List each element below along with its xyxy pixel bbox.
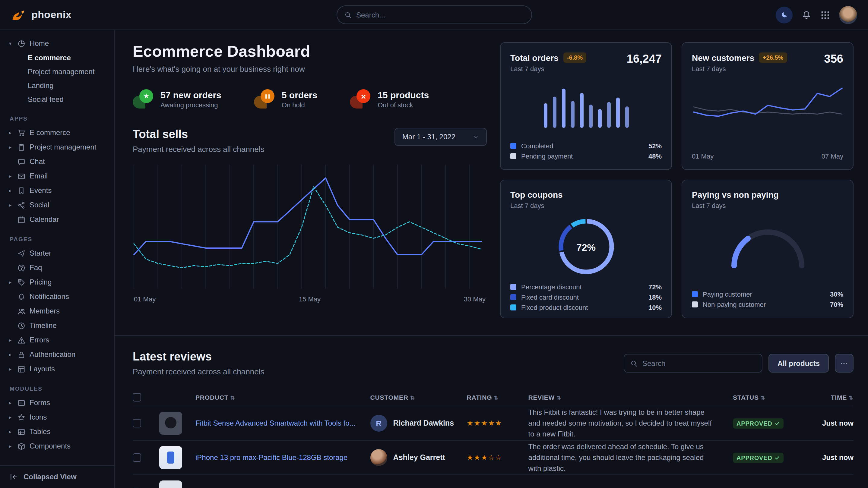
col-status[interactable]: STATUS⇅: [733, 393, 801, 400]
col-rating[interactable]: RATING⇅: [467, 393, 522, 400]
sidebar-item-chat[interactable]: Chat: [7, 154, 109, 169]
apps-grid-button[interactable]: [820, 10, 830, 20]
row-checkbox[interactable]: [133, 453, 141, 462]
sidebar-item-starter[interactable]: Starter: [7, 246, 109, 260]
product-thumbnail[interactable]: [159, 412, 182, 435]
legend-row: Pending payment48%: [510, 153, 662, 160]
theme-toggle-button[interactable]: [776, 6, 793, 23]
stat-caption: Out of stock: [378, 101, 429, 108]
stat-on-hold: 5 ordersOn hold: [254, 89, 317, 108]
tables-icon: [18, 428, 25, 435]
kpi-cards: Total orders -6.8% Last 7 days 16,247 Co…: [500, 42, 854, 318]
events-icon: [18, 187, 25, 194]
total-orders-card: Total orders -6.8% Last 7 days 16,247 Co…: [500, 42, 672, 170]
sidebar-item-email[interactable]: ▸Email: [7, 169, 109, 183]
sidebar-item-label: Forms: [30, 398, 50, 407]
stat-caption: Awating processing: [160, 101, 221, 108]
sidebar-item-pricing[interactable]: ▸Pricing: [7, 275, 109, 289]
sort-icon: ⇅: [230, 395, 235, 400]
sidebar-item-label: Errors: [30, 336, 49, 344]
new-customers-value: 356: [824, 53, 843, 66]
status-cell: APPROVED: [733, 418, 801, 428]
date-range-select[interactable]: Mar 1 - 31, 2022: [395, 128, 487, 146]
sidebar-item-events[interactable]: ▸Events: [7, 183, 109, 198]
sidebar-item-home[interactable]: ▾Home: [7, 36, 109, 51]
sidebar-item-project-management[interactable]: ▸Project management: [7, 140, 109, 154]
col-customer[interactable]: CUSTOMER⇅: [370, 393, 461, 400]
sidebar-item-social[interactable]: ▸Social: [7, 198, 109, 212]
sidebar-section-modules: MODULES: [10, 385, 109, 392]
star-icon: ★: [133, 89, 153, 108]
sidebar-item-label: Pricing: [30, 278, 52, 286]
card-period: Last 7 days: [692, 65, 787, 72]
stat-caption: On hold: [282, 101, 317, 108]
sidebar-item-members[interactable]: Members: [7, 304, 109, 318]
top-coupons-card: Top coupons Last 7 days 72% Percentage d…: [500, 180, 672, 318]
more-options-button[interactable]: ···: [835, 354, 854, 372]
card-title: New customers: [692, 53, 754, 62]
collapsed-view-button[interactable]: Collapsed View: [0, 465, 114, 488]
check-icon: [775, 421, 780, 426]
global-search[interactable]: [336, 5, 532, 24]
customer-avatar: R: [370, 415, 387, 432]
product-link[interactable]: Fitbit Sense Advanced Smartwatch with To…: [195, 419, 364, 427]
reviews-search[interactable]: [624, 354, 763, 372]
dashboard-overview: Ecommerce Dashboard Here's what's going …: [133, 42, 487, 318]
rating-stars: ★★★★★: [467, 419, 522, 427]
product-link[interactable]: iPhone 13 pro max-Pacific Blue-128GB sto…: [195, 453, 364, 462]
sidebar-item-label: Notifications: [30, 292, 69, 301]
chevron-down-icon: [472, 133, 479, 140]
sidebar-item-notifications[interactable]: Notifications: [7, 289, 109, 304]
sort-icon: ⇅: [494, 395, 499, 400]
reviews-search-input[interactable]: [642, 359, 756, 367]
total-sells-subtitle: Payment received across all channels: [133, 145, 264, 154]
sidebar-item-icons[interactable]: ▸Icons: [7, 410, 109, 424]
sidebar-item-e-commerce[interactable]: E commerce: [7, 51, 109, 65]
customer-cell: Ashley Garrett: [370, 449, 461, 466]
components-icon: [18, 442, 25, 450]
col-time[interactable]: TIME⇅: [806, 393, 854, 400]
sidebar-item-e-commerce[interactable]: ▸E commerce: [7, 125, 109, 140]
sidebar-item-social-feed[interactable]: Social feed: [7, 92, 109, 106]
email-icon: [18, 172, 25, 180]
product-thumbnail[interactable]: [159, 481, 182, 488]
select-all-checkbox[interactable]: [133, 393, 141, 401]
all-products-button[interactable]: All products: [769, 354, 829, 372]
col-review[interactable]: REVIEW⇅: [528, 393, 727, 400]
caret-right-icon: ▸: [7, 444, 13, 449]
product-thumbnail[interactable]: [159, 446, 182, 469]
sidebar-item-faq[interactable]: Faq: [7, 260, 109, 275]
legend-value: 52%: [648, 142, 662, 150]
brand-logo[interactable]: phoenix: [11, 7, 71, 23]
sidebar-item-label: Starter: [30, 249, 51, 257]
sidebar-item-authentication[interactable]: ▸Authentication: [7, 347, 109, 362]
global-search-input[interactable]: [356, 10, 524, 19]
sort-icon: ⇅: [761, 395, 766, 400]
app-window: phoenix ▾HomeE commerceProject managemen…: [0, 0, 868, 488]
sidebar-item-layouts[interactable]: ▸Layouts: [7, 362, 109, 376]
x-tick: 15 May: [299, 295, 320, 303]
sidebar-item-components[interactable]: ▸Components: [7, 439, 109, 453]
reviews-table-body: Fitbit Sense Advanced Smartwatch with To…: [133, 406, 854, 488]
sidebar-item-errors[interactable]: ▸Errors: [7, 333, 109, 347]
row-checkbox[interactable]: [133, 419, 141, 427]
orders-bar-chart: [541, 79, 631, 128]
trend-badge: -6.8%: [563, 53, 586, 63]
sidebar-item-landing[interactable]: Landing: [7, 78, 109, 92]
sidebar-item-label: Components: [30, 442, 70, 450]
coupons-donut-chart: 72%: [556, 217, 616, 279]
sidebar-item-project-management[interactable]: Project management: [7, 65, 109, 78]
icons-icon: [18, 413, 25, 421]
user-avatar[interactable]: [839, 6, 857, 24]
sidebar: ▾HomeE commerceProject managementLanding…: [0, 30, 115, 488]
sidebar-item-forms[interactable]: ▸Forms: [7, 395, 109, 410]
sort-icon: ⇅: [556, 395, 561, 400]
card-title: Paying vs non paying: [692, 190, 843, 199]
col-product[interactable]: PRODUCT⇅: [195, 393, 364, 400]
notifications-button[interactable]: [802, 10, 811, 20]
sidebar-item-calendar[interactable]: Calendar: [7, 212, 109, 227]
legend-value: 48%: [648, 153, 662, 160]
sidebar-item-timeline[interactable]: Timeline: [7, 318, 109, 333]
sidebar-item-tables[interactable]: ▸Tables: [7, 424, 109, 439]
sort-icon: ⇅: [849, 395, 854, 400]
